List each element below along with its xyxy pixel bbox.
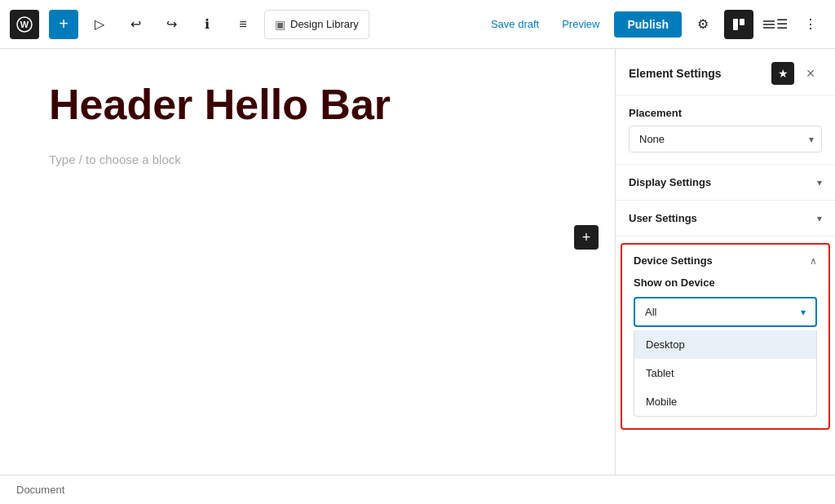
user-settings-header[interactable]: User Settings ▾	[616, 201, 835, 236]
undo-button[interactable]: ↩	[121, 10, 150, 39]
toolbar: W + ▷ ↩ ↪ ℹ ≡ ▣ Design Library Save draf…	[0, 0, 835, 49]
design-library-icon: ▣	[275, 18, 285, 31]
device-option-tablet[interactable]: Tablet	[634, 359, 816, 387]
save-draft-button[interactable]: Save draft	[483, 13, 547, 35]
toolbar-right: Save draft Preview Publish ⚙ ☰ ⋮	[483, 10, 825, 39]
design-library-button[interactable]: ▣ Design Library	[264, 10, 369, 39]
placement-section: Placement None ▾	[616, 95, 835, 165]
placement-select[interactable]: None	[629, 126, 822, 153]
display-settings-section: Display Settings ▾	[616, 165, 835, 201]
wp-logo[interactable]: W	[10, 10, 39, 39]
show-on-device-display[interactable]: All ▾	[634, 297, 817, 327]
show-on-device-value: All	[645, 306, 656, 318]
bottom-bar: Document	[0, 475, 835, 504]
element-settings-button[interactable]	[724, 10, 753, 39]
star-button[interactable]: ★	[771, 62, 794, 85]
display-settings-header[interactable]: Display Settings ▾	[616, 165, 835, 200]
user-settings-label: User Settings	[629, 212, 697, 224]
user-settings-chevron-icon: ▾	[817, 213, 822, 224]
right-panel: Element Settings ★ × Placement None ▾ D	[615, 49, 835, 475]
device-settings-body: Show on Device All ▾ Desktop Tablet Mobi…	[622, 276, 828, 428]
placement-label: Placement	[629, 107, 822, 119]
panel-header: Element Settings ★ ×	[616, 49, 835, 95]
extra-tools-button[interactable]: ☰	[760, 10, 789, 39]
document-tab[interactable]: Document	[16, 484, 64, 496]
close-panel-button[interactable]: ×	[799, 62, 822, 85]
publish-button[interactable]: Publish	[614, 11, 682, 38]
settings-gear-button[interactable]: ⚙	[688, 10, 718, 39]
svg-text:W: W	[20, 20, 29, 29]
editor-title: Header Hello Bar	[49, 82, 566, 128]
editor-placeholder: Type / to choose a block	[49, 153, 566, 166]
design-library-label: Design Library	[290, 18, 359, 30]
info-button[interactable]: ℹ	[192, 10, 222, 39]
more-options-button[interactable]: ⋮	[796, 10, 825, 39]
device-dropdown-options: Desktop Tablet Mobile	[634, 330, 817, 417]
placement-select-wrapper: None ▾	[629, 126, 822, 153]
device-settings-header[interactable]: Device Settings ∧	[622, 245, 828, 276]
device-option-desktop[interactable]: Desktop	[634, 330, 816, 359]
show-on-device-chevron-icon: ▾	[801, 307, 806, 318]
display-settings-label: Display Settings	[629, 176, 711, 188]
device-settings-section: Device Settings ∧ Show on Device All ▾ D…	[621, 243, 830, 430]
show-on-device-select: All ▾	[634, 297, 817, 327]
editor-area[interactable]: Header Hello Bar Type / to choose a bloc…	[0, 49, 615, 475]
placement-content: Placement None ▾	[616, 95, 835, 164]
device-settings-chevron-icon: ∧	[810, 255, 817, 267]
device-option-mobile[interactable]: Mobile	[634, 387, 816, 416]
svg-rect-2	[733, 19, 738, 30]
panel-title: Element Settings	[629, 67, 722, 80]
main-layout: Header Hello Bar Type / to choose a bloc…	[0, 49, 835, 475]
device-settings-label: Device Settings	[634, 254, 713, 267]
display-settings-chevron-icon: ▾	[817, 177, 822, 188]
play-button[interactable]: ▷	[85, 10, 114, 39]
add-inline-block-button[interactable]: +	[574, 225, 599, 250]
add-block-button[interactable]: +	[49, 10, 78, 39]
redo-button[interactable]: ↪	[157, 10, 186, 39]
preview-button[interactable]: Preview	[554, 13, 607, 35]
svg-rect-3	[740, 19, 744, 25]
list-view-button[interactable]: ≡	[228, 10, 258, 39]
user-settings-section: User Settings ▾	[616, 201, 835, 237]
panel-header-actions: ★ ×	[771, 62, 822, 85]
show-on-device-label: Show on Device	[634, 276, 817, 289]
